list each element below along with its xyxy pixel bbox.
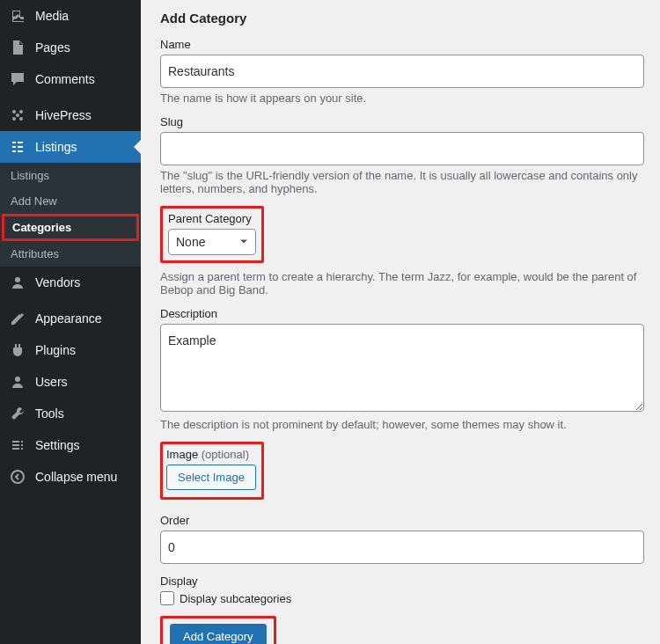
slug-input[interactable] xyxy=(160,132,644,165)
svg-point-2 xyxy=(12,117,16,121)
menu-label: Appearance xyxy=(35,311,102,326)
pages-icon xyxy=(9,39,26,56)
highlight-submit: Add Category xyxy=(160,616,276,644)
tools-icon xyxy=(9,405,26,422)
parent-label: Parent Category xyxy=(168,212,256,225)
sidebar-item-appearance[interactable]: Appearance xyxy=(0,303,141,334)
sidebar-item-users[interactable]: Users xyxy=(0,366,141,398)
svg-point-6 xyxy=(15,377,20,382)
sidebar-item-listings[interactable]: Listings xyxy=(0,131,141,163)
name-help: The name is how it appears on your site. xyxy=(160,91,644,105)
parent-select[interactable]: None xyxy=(168,229,256,255)
comments-icon xyxy=(9,70,26,88)
vendors-icon xyxy=(9,274,26,291)
menu-label: Media xyxy=(35,9,69,23)
sidebar-item-pages[interactable]: Pages xyxy=(0,32,141,63)
menu-label: Settings xyxy=(35,438,80,452)
field-name: Name The name is how it appears on your … xyxy=(160,38,644,105)
users-icon xyxy=(9,373,26,391)
highlight-parent-category: Parent Category None xyxy=(160,206,264,263)
menu-label: Users xyxy=(35,375,68,389)
settings-icon xyxy=(9,436,26,454)
image-optional-text: (optional) xyxy=(202,448,249,461)
submenu-item-listings[interactable]: Listings xyxy=(0,163,141,188)
field-parent-category: Parent Category None Assign a parent ter… xyxy=(160,206,644,296)
media-icon xyxy=(9,7,26,25)
display-subcategories-checkbox[interactable] xyxy=(160,591,174,605)
field-image: Image (optional) Select Image xyxy=(160,442,644,503)
name-input[interactable] xyxy=(160,55,644,88)
svg-point-1 xyxy=(19,110,23,113)
sidebar-item-settings[interactable]: Settings xyxy=(0,429,141,461)
field-order: Order xyxy=(160,514,644,564)
menu-label: Collapse menu xyxy=(35,470,117,484)
listings-icon xyxy=(9,138,26,156)
submenu-item-attributes[interactable]: Attributes xyxy=(0,241,141,267)
submenu-item-add-new[interactable]: Add New xyxy=(0,188,141,214)
menu-label: Pages xyxy=(35,40,70,55)
name-label: Name xyxy=(160,38,644,51)
menu-label: Plugins xyxy=(35,343,76,357)
sidebar-item-tools[interactable]: Tools xyxy=(0,398,141,429)
sidebar-item-comments[interactable]: Comments xyxy=(0,63,141,95)
image-label: Image (optional) xyxy=(166,448,256,461)
display-subcategories-label: Display subcategories xyxy=(180,592,291,605)
sidebar-item-vendors[interactable]: Vendors xyxy=(0,267,141,298)
svg-point-3 xyxy=(19,117,23,121)
plugins-icon xyxy=(9,341,26,359)
description-help: The description is not prominent by defa… xyxy=(160,418,644,431)
menu-label: Listings xyxy=(35,140,77,154)
page-title: Add Category xyxy=(160,11,644,26)
field-display: Display Display subcategories xyxy=(160,574,644,605)
sidebar-submenu-listings: Listings Add New Categories Attributes xyxy=(0,163,141,267)
sidebar-item-media[interactable]: Media xyxy=(0,0,141,32)
collapse-icon xyxy=(9,468,26,486)
field-slug: Slug The "slug" is the URL-friendly vers… xyxy=(160,115,644,195)
appearance-icon xyxy=(9,310,26,327)
main-content: Add Category Name The name is how it app… xyxy=(141,0,660,644)
order-input[interactable] xyxy=(160,531,644,564)
order-label: Order xyxy=(160,514,644,527)
svg-point-4 xyxy=(16,113,19,117)
display-label: Display xyxy=(160,574,644,588)
sidebar-item-plugins[interactable]: Plugins xyxy=(0,334,141,366)
svg-point-7 xyxy=(11,471,24,483)
admin-sidebar: Media Pages Comments HivePress Listings … xyxy=(0,0,141,644)
highlight-image: Image (optional) Select Image xyxy=(160,442,264,500)
slug-help: The "slug" is the URL-friendly version o… xyxy=(160,169,644,195)
sidebar-collapse[interactable]: Collapse menu xyxy=(0,461,141,493)
description-textarea[interactable] xyxy=(160,324,644,412)
parent-help: Assign a parent term to create a hierarc… xyxy=(160,270,644,296)
description-label: Description xyxy=(160,307,644,320)
hivepress-icon xyxy=(9,106,26,124)
field-description: Description The description is not promi… xyxy=(160,307,644,431)
submenu-item-categories[interactable]: Categories xyxy=(2,214,139,241)
add-category-button[interactable]: Add Category xyxy=(170,624,267,644)
menu-label: HivePress xyxy=(35,108,92,122)
image-label-text: Image xyxy=(166,448,198,461)
svg-point-0 xyxy=(12,110,16,113)
svg-point-5 xyxy=(15,277,20,282)
select-image-button[interactable]: Select Image xyxy=(166,465,256,490)
slug-label: Slug xyxy=(160,115,644,128)
menu-label: Comments xyxy=(35,72,95,86)
sidebar-item-hivepress[interactable]: HivePress xyxy=(0,99,141,131)
menu-label: Vendors xyxy=(35,275,80,289)
menu-label: Tools xyxy=(35,406,64,421)
